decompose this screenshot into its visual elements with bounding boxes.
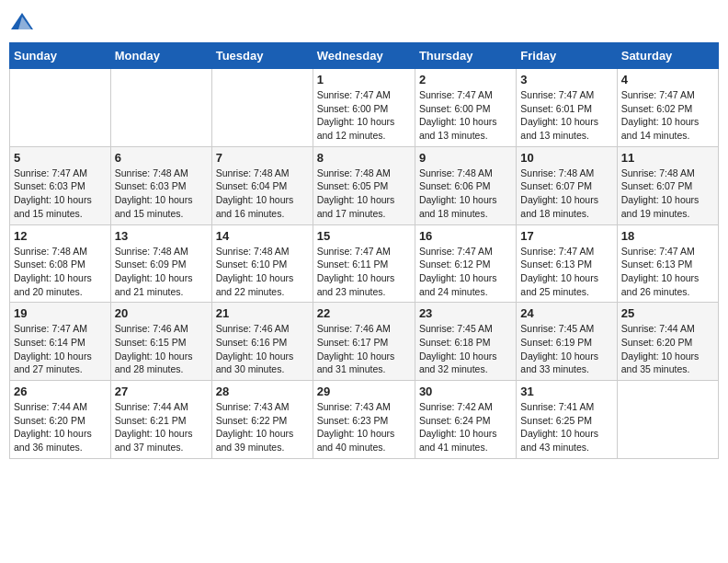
calendar-cell: 8Sunrise: 7:48 AMSunset: 6:05 PMDaylight… (313, 146, 415, 224)
day-number: 19 (14, 306, 107, 320)
calendar-cell: 23Sunrise: 7:45 AMSunset: 6:18 PMDayligh… (415, 303, 516, 381)
day-detail: Sunrise: 7:42 AMSunset: 6:24 PMDaylight:… (419, 400, 512, 454)
day-number: 9 (419, 151, 512, 165)
calendar-cell: 28Sunrise: 7:43 AMSunset: 6:22 PMDayligh… (211, 381, 313, 459)
day-header-tuesday: Tuesday (211, 43, 313, 69)
logo (9, 9, 39, 35)
calendar-cell: 9Sunrise: 7:48 AMSunset: 6:06 PMDaylight… (415, 146, 516, 224)
calendar-cell: 15Sunrise: 7:47 AMSunset: 6:11 PMDayligh… (313, 224, 415, 303)
calendar-cell: 13Sunrise: 7:48 AMSunset: 6:09 PMDayligh… (110, 224, 211, 303)
day-detail: Sunrise: 7:48 AMSunset: 6:04 PMDaylight:… (216, 167, 309, 221)
calendar-cell: 26Sunrise: 7:44 AMSunset: 6:20 PMDayligh… (10, 381, 111, 459)
day-number: 4 (621, 73, 714, 86)
calendar-cell (211, 69, 313, 147)
calendar-cell: 22Sunrise: 7:46 AMSunset: 6:17 PMDayligh… (313, 303, 415, 381)
day-number: 15 (317, 229, 411, 243)
logo-icon (9, 9, 35, 35)
day-detail: Sunrise: 7:43 AMSunset: 6:22 PMDaylight:… (216, 400, 309, 454)
calendar-cell: 20Sunrise: 7:46 AMSunset: 6:15 PMDayligh… (110, 303, 211, 381)
day-detail: Sunrise: 7:48 AMSunset: 6:08 PMDaylight:… (14, 245, 107, 299)
day-detail: Sunrise: 7:47 AMSunset: 6:00 PMDaylight:… (419, 88, 512, 143)
calendar-cell: 18Sunrise: 7:47 AMSunset: 6:13 PMDayligh… (617, 224, 718, 303)
day-number: 5 (14, 151, 107, 165)
day-detail: Sunrise: 7:46 AMSunset: 6:17 PMDaylight:… (317, 322, 411, 376)
calendar-cell: 14Sunrise: 7:48 AMSunset: 6:10 PMDayligh… (211, 224, 313, 303)
day-number: 18 (621, 229, 714, 243)
day-detail: Sunrise: 7:43 AMSunset: 6:23 PMDaylight:… (317, 400, 411, 454)
day-number: 12 (14, 229, 107, 243)
calendar-cell: 4Sunrise: 7:47 AMSunset: 6:02 PMDaylight… (617, 69, 718, 147)
day-header-wednesday: Wednesday (313, 43, 415, 69)
day-detail: Sunrise: 7:45 AMSunset: 6:19 PMDaylight:… (520, 322, 612, 376)
calendar-cell (110, 69, 211, 147)
calendar-cell: 2Sunrise: 7:47 AMSunset: 6:00 PMDaylight… (415, 69, 516, 147)
day-detail: Sunrise: 7:48 AMSunset: 6:10 PMDaylight:… (216, 245, 309, 299)
day-header-sunday: Sunday (10, 43, 111, 69)
day-number: 23 (419, 306, 512, 320)
day-number: 2 (419, 73, 512, 86)
day-detail: Sunrise: 7:47 AMSunset: 6:01 PMDaylight:… (520, 88, 612, 143)
calendar-cell: 3Sunrise: 7:47 AMSunset: 6:01 PMDaylight… (517, 69, 617, 147)
calendar-header-row: SundayMondayTuesdayWednesdayThursdayFrid… (10, 43, 719, 69)
day-header-monday: Monday (110, 43, 211, 69)
day-detail: Sunrise: 7:47 AMSunset: 6:11 PMDaylight:… (317, 245, 411, 299)
day-number: 20 (115, 306, 208, 320)
calendar-week-1: 1Sunrise: 7:47 AMSunset: 6:00 PMDaylight… (10, 69, 719, 147)
day-number: 30 (419, 385, 512, 398)
day-number: 26 (14, 385, 107, 398)
day-number: 10 (520, 151, 612, 165)
calendar-cell: 11Sunrise: 7:48 AMSunset: 6:07 PMDayligh… (617, 146, 718, 224)
day-number: 21 (216, 306, 309, 320)
day-header-saturday: Saturday (617, 43, 718, 69)
day-number: 28 (216, 385, 309, 398)
day-detail: Sunrise: 7:47 AMSunset: 6:13 PMDaylight:… (621, 245, 714, 299)
calendar-cell: 6Sunrise: 7:48 AMSunset: 6:03 PMDaylight… (110, 146, 211, 224)
day-detail: Sunrise: 7:48 AMSunset: 6:03 PMDaylight:… (115, 167, 208, 221)
day-number: 6 (115, 151, 208, 165)
calendar-cell: 25Sunrise: 7:44 AMSunset: 6:20 PMDayligh… (617, 303, 718, 381)
calendar-cell: 30Sunrise: 7:42 AMSunset: 6:24 PMDayligh… (415, 381, 516, 459)
day-header-thursday: Thursday (415, 43, 516, 69)
calendar-week-2: 5Sunrise: 7:47 AMSunset: 6:03 PMDaylight… (10, 146, 719, 224)
day-detail: Sunrise: 7:46 AMSunset: 6:15 PMDaylight:… (115, 322, 208, 376)
day-detail: Sunrise: 7:48 AMSunset: 6:05 PMDaylight:… (317, 167, 411, 221)
day-detail: Sunrise: 7:47 AMSunset: 6:02 PMDaylight:… (621, 88, 714, 143)
calendar-week-4: 19Sunrise: 7:47 AMSunset: 6:14 PMDayligh… (10, 303, 719, 381)
day-number: 14 (216, 229, 309, 243)
day-detail: Sunrise: 7:47 AMSunset: 6:03 PMDaylight:… (14, 167, 107, 221)
day-detail: Sunrise: 7:41 AMSunset: 6:25 PMDaylight:… (520, 400, 612, 454)
day-detail: Sunrise: 7:47 AMSunset: 6:00 PMDaylight:… (317, 88, 411, 143)
day-number: 17 (520, 229, 612, 243)
calendar-cell: 19Sunrise: 7:47 AMSunset: 6:14 PMDayligh… (10, 303, 111, 381)
calendar-table: SundayMondayTuesdayWednesdayThursdayFrid… (9, 42, 719, 459)
day-number: 24 (520, 306, 612, 320)
day-number: 31 (520, 385, 612, 398)
day-number: 1 (317, 73, 411, 86)
calendar-cell: 21Sunrise: 7:46 AMSunset: 6:16 PMDayligh… (211, 303, 313, 381)
page-container: SundayMondayTuesdayWednesdayThursdayFrid… (0, 0, 728, 468)
calendar-cell: 24Sunrise: 7:45 AMSunset: 6:19 PMDayligh… (517, 303, 617, 381)
calendar-cell: 5Sunrise: 7:47 AMSunset: 6:03 PMDaylight… (10, 146, 111, 224)
day-detail: Sunrise: 7:44 AMSunset: 6:20 PMDaylight:… (14, 400, 107, 454)
day-detail: Sunrise: 7:48 AMSunset: 6:07 PMDaylight:… (520, 167, 612, 221)
calendar-cell: 1Sunrise: 7:47 AMSunset: 6:00 PMDaylight… (313, 69, 415, 147)
day-number: 25 (621, 306, 714, 320)
day-detail: Sunrise: 7:44 AMSunset: 6:21 PMDaylight:… (115, 400, 208, 454)
day-number: 8 (317, 151, 411, 165)
day-number: 7 (216, 151, 309, 165)
day-detail: Sunrise: 7:48 AMSunset: 6:06 PMDaylight:… (419, 167, 512, 221)
day-number: 27 (115, 385, 208, 398)
day-number: 11 (621, 151, 714, 165)
calendar-cell: 16Sunrise: 7:47 AMSunset: 6:12 PMDayligh… (415, 224, 516, 303)
day-detail: Sunrise: 7:44 AMSunset: 6:20 PMDaylight:… (621, 322, 714, 376)
calendar-week-3: 12Sunrise: 7:48 AMSunset: 6:08 PMDayligh… (10, 224, 719, 303)
calendar-cell: 17Sunrise: 7:47 AMSunset: 6:13 PMDayligh… (517, 224, 617, 303)
day-detail: Sunrise: 7:46 AMSunset: 6:16 PMDaylight:… (216, 322, 309, 376)
calendar-cell: 10Sunrise: 7:48 AMSunset: 6:07 PMDayligh… (517, 146, 617, 224)
calendar-cell: 12Sunrise: 7:48 AMSunset: 6:08 PMDayligh… (10, 224, 111, 303)
day-number: 29 (317, 385, 411, 398)
day-detail: Sunrise: 7:47 AMSunset: 6:13 PMDaylight:… (520, 245, 612, 299)
day-detail: Sunrise: 7:47 AMSunset: 6:12 PMDaylight:… (419, 245, 512, 299)
day-detail: Sunrise: 7:47 AMSunset: 6:14 PMDaylight:… (14, 322, 107, 376)
day-number: 16 (419, 229, 512, 243)
